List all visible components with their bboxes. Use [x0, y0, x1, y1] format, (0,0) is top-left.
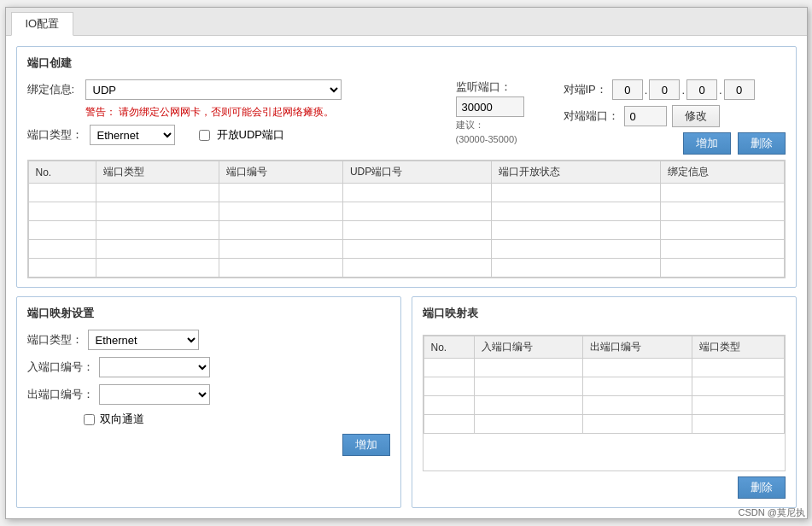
- col-port-num: 端口编号: [219, 161, 343, 184]
- add-port-button[interactable]: 增加: [683, 132, 731, 155]
- peer-port-label: 对端端口：: [564, 108, 619, 124]
- hint-value: (30000-35000): [456, 133, 550, 146]
- top-area: 绑定信息: UDP TCP 警告： 请勿绑定公网网卡，否则可能会引起网络瘫痪。: [27, 79, 786, 155]
- main-content: 端口创建 绑定信息: UDP TCP 警告：: [6, 36, 807, 518]
- listen-group: 监听端口： 30000 建议： (30000-35000): [456, 79, 550, 147]
- tab-io-config[interactable]: IO配置: [11, 12, 74, 36]
- warning-row: 警告： 请勿绑定公网网卡，否则可能会引起网络瘫痪。: [27, 105, 442, 120]
- mapping-port-type-label: 端口类型：: [27, 332, 83, 348]
- peer-ip-row: 对端IP： . . .: [564, 79, 786, 100]
- port-type-select[interactable]: Ethernet Serial: [90, 125, 175, 145]
- port-creation-table: No. 端口类型 端口编号 UDP端口号 端口开放状态 绑定信息: [28, 161, 785, 278]
- table-row: [28, 259, 784, 278]
- peer-ip-label: 对端IP：: [564, 82, 607, 97]
- mapping-port-type-row: 端口类型： Ethernet Serial: [27, 330, 390, 350]
- bind-info-label: 绑定信息:: [27, 82, 79, 97]
- col-port-type: 端口类型: [96, 161, 219, 184]
- bidirectional-checkbox[interactable]: [84, 414, 95, 425]
- port-creation-section: 端口创建 绑定信息: UDP TCP 警告：: [16, 46, 797, 288]
- modify-button[interactable]: 修改: [672, 105, 720, 127]
- mapping-delete-button[interactable]: 删除: [738, 476, 786, 499]
- listen-port-input[interactable]: 30000: [456, 96, 524, 117]
- mapping-port-type-select[interactable]: Ethernet Serial: [88, 330, 199, 350]
- port-mapping-settings-title: 端口映射设置: [27, 306, 390, 321]
- bottom-area: 端口映射设置 端口类型： Ethernet Serial 入端口编号：: [16, 296, 797, 508]
- title-bar: IO配置: [6, 8, 807, 36]
- port-creation-title: 端口创建: [27, 56, 786, 71]
- ip-group: . . .: [612, 79, 755, 100]
- ip-part-4[interactable]: [724, 79, 755, 100]
- ip-part-1[interactable]: [612, 79, 643, 100]
- table-row: [28, 184, 784, 202]
- port-type-label: 端口类型：: [27, 127, 83, 143]
- right-controls: 对端IP： . . . 对端端口：: [564, 79, 786, 155]
- delete-port-button[interactable]: 删除: [738, 132, 786, 155]
- warning-text: 警告： 请勿绑定公网网卡，否则可能会引起网络瘫痪。: [85, 105, 334, 120]
- hint-label: 建议：: [456, 119, 550, 132]
- port-type-row: 端口类型： Ethernet Serial 开放UDP端口: [27, 125, 442, 145]
- table-row: [424, 415, 784, 434]
- map-col-no: No.: [424, 336, 474, 359]
- bidirectional-row: 双向通道: [27, 412, 390, 427]
- add-delete-row: 增加 删除: [564, 132, 786, 155]
- main-window: IO配置 端口创建 绑定信息: UDP TCP: [5, 7, 808, 519]
- out-port-row: 出端口编号：: [27, 384, 390, 405]
- table-row: [28, 221, 784, 240]
- in-port-label: 入端口编号：: [27, 359, 94, 375]
- table-row: [424, 396, 784, 415]
- out-port-select[interactable]: [99, 384, 210, 405]
- col-open-status: 端口开放状态: [492, 161, 661, 184]
- table-row: [424, 359, 784, 377]
- mapping-table: No. 入端口编号 出端口编号 端口类型: [424, 336, 785, 434]
- out-port-label: 出端口编号：: [27, 387, 94, 402]
- open-udp-checkbox[interactable]: [199, 130, 210, 141]
- mapping-add-row: 增加: [27, 434, 390, 456]
- listen-port-label: 监听端口：: [456, 79, 550, 95]
- mapping-table-container: No. 入端口编号 出端口编号 端口类型: [423, 335, 786, 471]
- col-udp-port: UDP端口号: [342, 161, 491, 184]
- col-no: No.: [28, 161, 96, 184]
- port-mapping-table-section: 端口映射表 No. 入端口编号 出端口编号 端口类型: [412, 296, 797, 508]
- ip-part-2[interactable]: [649, 79, 680, 100]
- bind-info-select[interactable]: UDP TCP: [85, 79, 342, 100]
- table-row: [28, 202, 784, 221]
- bidirectional-label: 双向通道: [100, 412, 144, 427]
- in-port-row: 入端口编号：: [27, 357, 390, 377]
- ip-part-3[interactable]: [686, 79, 717, 100]
- port-creation-table-container: No. 端口类型 端口编号 UDP端口号 端口开放状态 绑定信息: [27, 160, 786, 278]
- map-col-in-port: 入端口编号: [474, 336, 583, 359]
- mapping-form: 端口类型： Ethernet Serial 入端口编号： 出端口编号：: [27, 330, 390, 456]
- port-mapping-settings-section: 端口映射设置 端口类型： Ethernet Serial 入端口编号：: [16, 296, 401, 508]
- col-bind-info: 绑定信息: [660, 161, 784, 184]
- bind-info-row: 绑定信息: UDP TCP: [27, 79, 442, 100]
- open-udp-label: 开放UDP端口: [217, 127, 284, 143]
- mapping-delete-row: 删除: [423, 476, 786, 499]
- peer-port-row: 对端端口： 修改: [564, 105, 786, 127]
- map-col-type: 端口类型: [692, 336, 784, 359]
- peer-port-input[interactable]: [624, 106, 667, 126]
- port-mapping-table-title: 端口映射表: [423, 306, 786, 321]
- table-row: [28, 240, 784, 259]
- mapping-add-button[interactable]: 增加: [342, 434, 390, 456]
- in-port-select[interactable]: [99, 357, 210, 377]
- table-header-row: No. 端口类型 端口编号 UDP端口号 端口开放状态 绑定信息: [28, 161, 784, 184]
- map-col-out-port: 出端口编号: [583, 336, 692, 359]
- mapping-header-row: No. 入端口编号 出端口编号 端口类型: [424, 336, 784, 359]
- table-row: [424, 377, 784, 396]
- left-panel: 绑定信息: UDP TCP 警告： 请勿绑定公网网卡，否则可能会引起网络瘫痪。: [27, 79, 442, 150]
